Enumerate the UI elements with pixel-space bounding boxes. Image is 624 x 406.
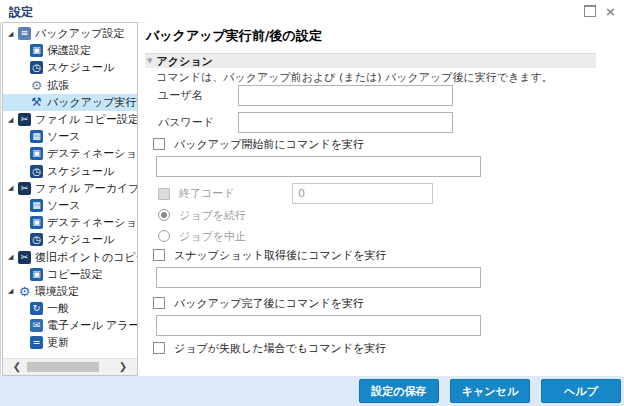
abort-job-label: ジョブを中止 [179, 229, 246, 244]
expander-icon[interactable]: ◢ [8, 29, 18, 39]
sidebar-item-file-copy-settings[interactable]: ◢ ✂ ファイル コピー設定 [3, 111, 137, 128]
pre-post-backup-icon: ⚒ [30, 96, 43, 109]
cancel-button[interactable]: キャンセル [450, 379, 530, 403]
expander-icon[interactable]: ◢ [8, 286, 18, 296]
exit-code-checkbox [158, 188, 170, 200]
continue-job-radio [158, 209, 170, 221]
close-window-icon[interactable]: × [605, 6, 616, 17]
file-copy-settings-icon: ✂ [18, 113, 31, 126]
pre-backup-command-input[interactable] [156, 156, 481, 177]
sidebar-item-source[interactable]: ▦ ソース [3, 197, 137, 214]
dialog-header: 設定 × [0, 0, 624, 23]
continue-job-label: ジョブを続行 [179, 208, 246, 223]
footer-bar: 設定の保存 キャンセル ヘルプ [0, 376, 624, 406]
sidebar-item-destination[interactable]: ▣ デスティネーション [3, 145, 137, 162]
exit-code-label: 終了コード [179, 186, 235, 201]
copy-settings-icon: ▣ [30, 268, 43, 281]
destination-icon: ▣ [30, 147, 43, 160]
destination-icon: ▣ [30, 216, 43, 229]
pre-post-backup-settings-panel: バックアップ実行前/後の設定 ▼ アクション コマンドは、バックアップ前および … [145, 22, 624, 376]
general-icon: ↻ [30, 302, 43, 315]
file-archive-settings-icon: ✂ [18, 182, 31, 195]
settings-dialog: { "window": { "title": "設定" }, "sidebar"… [0, 0, 624, 406]
tree-horizontal-scrollbar[interactable]: ❮ ❯ [3, 358, 137, 375]
sidebar-item-recovery-point-copy[interactable]: ◢ ✂ 復旧ポイントのコピー [3, 248, 137, 265]
continue-job-radio-row: ジョブを続行 [158, 208, 246, 222]
settings-tree: ◢ ≡ バックアップ設定 ▣ 保護設定 ◷ スケジュール ⚙ 拡張 ⚒ バックア… [3, 25, 137, 352]
settings-tree-panel: ◢ ≡ バックアップ設定 ▣ 保護設定 ◷ スケジュール ⚙ 拡張 ⚒ バックア… [2, 22, 138, 376]
password-label: パスワード [158, 115, 214, 130]
email-alerts-icon: ✉ [30, 319, 43, 332]
post-backup-command-input[interactable] [156, 315, 481, 336]
sidebar-item-updates[interactable]: = 更新 [3, 334, 137, 351]
expander-icon[interactable]: ◢ [8, 183, 18, 193]
sidebar-item-destination[interactable]: ▣ デスティネーション [3, 214, 137, 231]
sidebar-item-source[interactable]: ▦ ソース [3, 128, 137, 145]
sidebar-item-copy-settings[interactable]: ▣ コピー設定 [3, 266, 137, 283]
updates-icon: = [30, 336, 43, 349]
sidebar-item-pre-post-backup[interactable]: ⚒ バックアップ実行前/後 [3, 94, 137, 111]
abort-job-radio [158, 230, 170, 242]
scroll-left-icon[interactable]: ❮ [11, 361, 23, 373]
preferences-icon: ⚙ [18, 285, 31, 298]
page-title: バックアップ実行前/後の設定 [146, 27, 322, 45]
sidebar-item-file-archive-settings[interactable]: ◢ ✂ ファイル アーカイブ設定 [3, 180, 137, 197]
sidebar-item-protection-settings[interactable]: ▣ 保護設定 [3, 42, 137, 59]
recovery-point-copy-icon: ✂ [18, 251, 31, 264]
help-button[interactable]: ヘルプ [541, 379, 621, 403]
pre-backup-command-checkbox-row: バックアップ開始前にコマンドを実行 [153, 137, 364, 151]
password-input[interactable] [238, 112, 453, 133]
commands-description: コマンドは、バックアップ前および (または) バックアップ後に実行できます。 [156, 70, 553, 85]
sidebar-item-email-alerts[interactable]: ✉ 電子メール アラート [3, 317, 137, 334]
post-snapshot-command-checkbox-row: スナップショット取得後にコマンドを実行 [153, 248, 387, 262]
post-snapshot-command-label: スナップショット取得後にコマンドを実行 [174, 248, 387, 263]
post-snapshot-command-input[interactable] [156, 267, 481, 288]
username-label: ユーザ名 [158, 88, 203, 103]
abort-job-radio-row: ジョブを中止 [158, 229, 246, 243]
backup-settings-icon: ≡ [18, 27, 31, 40]
sidebar-item-general[interactable]: ↻ 一般 [3, 300, 137, 317]
schedule-icon: ◷ [30, 233, 43, 246]
username-row: ユーザ名 [158, 85, 203, 106]
post-snapshot-command-checkbox[interactable] [153, 249, 165, 261]
pre-backup-command-label: バックアップ開始前にコマンドを実行 [174, 137, 364, 152]
collapse-caret-icon[interactable]: ▼ [147, 57, 152, 65]
dialog-title: 設定 [9, 4, 33, 21]
run-even-if-failed-checkbox-row: ジョブが失敗した場合でもコマンドを実行 [153, 341, 386, 355]
post-backup-command-checkbox[interactable] [153, 297, 165, 309]
window-controls: × [584, 5, 616, 17]
username-input[interactable] [238, 85, 453, 106]
save-settings-button[interactable]: 設定の保存 [359, 379, 439, 403]
sidebar-item-schedule[interactable]: ◷ スケジュール [3, 231, 137, 248]
scrollbar-thumb[interactable] [27, 362, 99, 372]
sidebar-item-schedule[interactable]: ◷ スケジュール [3, 163, 137, 180]
restore-window-icon[interactable] [584, 5, 596, 17]
exit-code-row: 終了コード [158, 183, 235, 204]
sidebar-item-backup-settings[interactable]: ◢ ≡ バックアップ設定 [3, 25, 137, 42]
run-even-if-failed-checkbox[interactable] [153, 342, 165, 354]
sidebar-item-preferences[interactable]: ◢ ⚙ 環境設定 [3, 283, 137, 300]
scroll-right-icon[interactable]: ❯ [117, 361, 129, 373]
source-icon: ▦ [30, 199, 43, 212]
schedule-icon: ◷ [30, 61, 43, 74]
sidebar-item-advanced[interactable]: ⚙ 拡張 [3, 77, 137, 94]
expander-icon[interactable]: ◢ [8, 252, 18, 262]
run-even-if-failed-label: ジョブが失敗した場合でもコマンドを実行 [174, 341, 386, 356]
expander-icon[interactable]: ◢ [8, 115, 18, 125]
post-backup-command-label: バックアップ完了後にコマンドを実行 [174, 296, 364, 311]
schedule-icon: ◷ [30, 165, 43, 178]
post-backup-command-checkbox-row: バックアップ完了後にコマンドを実行 [153, 296, 364, 310]
advanced-icon: ⚙ [30, 79, 43, 92]
actions-section-header[interactable]: ▼ アクション [145, 53, 596, 68]
exit-code-input [292, 183, 433, 204]
sidebar-item-schedule[interactable]: ◷ スケジュール [3, 59, 137, 76]
password-row: パスワード [158, 112, 214, 133]
source-icon: ▦ [30, 130, 43, 143]
actions-section-label: アクション [156, 54, 212, 69]
pre-backup-command-checkbox[interactable] [153, 138, 165, 150]
protection-settings-icon: ▣ [30, 44, 43, 57]
